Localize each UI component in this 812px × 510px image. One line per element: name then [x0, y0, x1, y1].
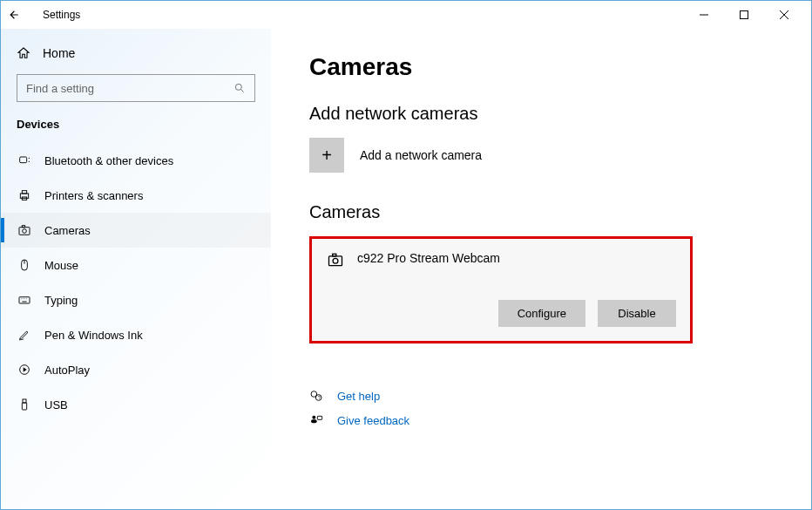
- sidebar-item-mouse[interactable]: Mouse: [1, 248, 271, 282]
- get-help-link[interactable]: ? Get help: [309, 389, 773, 403]
- sidebar-item-typing[interactable]: Typing: [1, 282, 271, 317]
- sidebar-item-label: Cameras: [44, 224, 91, 237]
- window-buttons: [684, 1, 804, 29]
- svg-rect-14: [22, 226, 24, 228]
- svg-rect-27: [329, 256, 342, 266]
- camera-icon: [326, 251, 345, 269]
- search-input[interactable]: Find a setting: [17, 74, 255, 102]
- section-cameras: Cameras: [309, 202, 773, 222]
- help-section: ? Get help Give feedback: [309, 389, 773, 427]
- svg-point-28: [333, 258, 338, 263]
- svg-point-13: [23, 229, 27, 234]
- home-icon: [17, 46, 30, 60]
- feedback-icon: [309, 413, 323, 427]
- add-camera-label: Add a network camera: [360, 148, 482, 162]
- sidebar-group-label: Devices: [1, 118, 271, 143]
- get-help-text[interactable]: Get help: [337, 390, 380, 403]
- printer-icon: [17, 188, 32, 202]
- sidebar-item-pen[interactable]: Pen & Windows Ink: [1, 317, 271, 352]
- svg-point-33: [312, 416, 315, 419]
- sidebar-home[interactable]: Home: [1, 39, 271, 74]
- maximize-icon: [740, 10, 748, 19]
- svg-rect-29: [333, 254, 336, 256]
- sidebar-item-label: AutoPlay: [44, 364, 90, 377]
- svg-point-4: [235, 84, 241, 90]
- back-button[interactable]: [8, 9, 36, 21]
- sidebar-item-label: Typing: [44, 294, 78, 307]
- svg-rect-9: [20, 194, 28, 198]
- sidebar-item-printers[interactable]: Printers & scanners: [1, 178, 271, 213]
- minimize-icon: [700, 10, 708, 19]
- page-title: Cameras: [309, 53, 773, 81]
- close-icon: [780, 10, 788, 19]
- search-placeholder: Find a setting: [26, 82, 94, 95]
- mouse-icon: [17, 258, 32, 272]
- maximize-button[interactable]: [724, 1, 764, 29]
- sidebar-item-label: Printers & scanners: [44, 189, 143, 202]
- content-pane: Cameras Add network cameras + Add a netw…: [271, 29, 811, 509]
- camera-card[interactable]: c922 Pro Stream Webcam Configure Disable: [309, 236, 693, 343]
- close-button[interactable]: [764, 1, 804, 29]
- svg-rect-25: [23, 399, 26, 403]
- minimize-button[interactable]: [684, 1, 724, 29]
- title-bar: Settings: [1, 1, 811, 29]
- svg-rect-1: [741, 11, 748, 19]
- svg-rect-12: [19, 228, 30, 235]
- svg-line-5: [241, 90, 244, 92]
- autoplay-icon: [17, 363, 32, 377]
- sidebar-item-usb[interactable]: USB: [1, 387, 271, 422]
- sidebar-item-label: Pen & Windows Ink: [44, 329, 143, 342]
- sidebar-item-bluetooth[interactable]: Bluetooth & other devices: [1, 143, 271, 178]
- give-feedback-link[interactable]: Give feedback: [309, 413, 773, 427]
- configure-button[interactable]: Configure: [498, 300, 585, 327]
- add-network-camera[interactable]: + Add a network camera: [309, 138, 773, 173]
- sidebar-item-label: USB: [44, 398, 68, 411]
- keyboard-icon: [17, 293, 32, 307]
- disable-button[interactable]: Disable: [598, 300, 676, 327]
- sidebar-nav: Bluetooth & other devices Printers & sca…: [1, 143, 271, 422]
- pen-icon: [17, 328, 32, 342]
- svg-rect-34: [311, 419, 317, 423]
- bluetooth-icon: [17, 153, 32, 167]
- sidebar: Home Find a setting Devices Bluetooth & …: [1, 29, 271, 509]
- help-icon: ?: [309, 389, 323, 403]
- svg-rect-26: [22, 403, 26, 410]
- window-title: Settings: [36, 9, 684, 21]
- camera-icon: [17, 223, 32, 237]
- sidebar-item-autoplay[interactable]: AutoPlay: [1, 352, 271, 387]
- sidebar-item-cameras[interactable]: Cameras: [1, 213, 271, 248]
- camera-name: c922 Pro Stream Webcam: [357, 251, 500, 265]
- section-add-cameras: Add network cameras: [309, 104, 773, 124]
- usb-icon: [17, 398, 32, 411]
- svg-rect-10: [22, 191, 26, 194]
- plus-icon: +: [309, 138, 344, 173]
- svg-text:?: ?: [318, 396, 321, 400]
- home-label: Home: [43, 46, 75, 60]
- svg-rect-17: [19, 297, 30, 303]
- svg-point-7: [29, 158, 30, 159]
- give-feedback-text[interactable]: Give feedback: [337, 414, 409, 427]
- arrow-left-icon: [8, 9, 20, 21]
- sidebar-item-label: Bluetooth & other devices: [44, 154, 173, 167]
- svg-rect-6: [20, 157, 27, 163]
- search-icon: [233, 82, 246, 94]
- sidebar-item-label: Mouse: [44, 259, 78, 272]
- svg-rect-35: [317, 416, 321, 419]
- svg-marker-24: [24, 367, 27, 371]
- svg-point-8: [29, 161, 30, 162]
